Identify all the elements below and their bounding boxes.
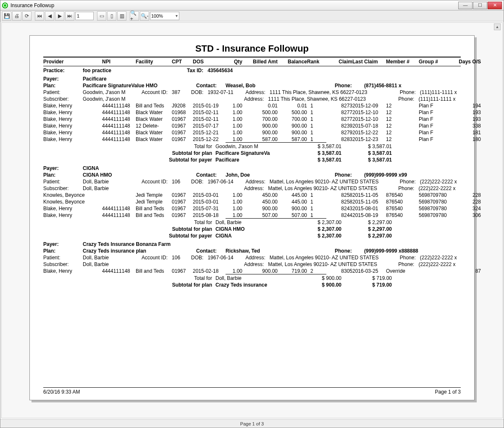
subscriber-phone: (222)222-2222 x [418,185,455,191]
report-title: STD - Insurance Followup [43,43,461,54]
phone-label-pt: Phone: [400,255,416,261]
subscriber-phone: (222)222-2222 x [418,261,455,267]
subtotal-plan-balance: $ 3,587.01 [341,150,392,156]
last-page-icon[interactable]: ⏭ [65,11,74,21]
total-balance: $ 3,587.01 [341,144,392,149]
column-header: Group # [419,59,457,65]
plan-label: Plan: [43,248,79,254]
address-label-sub: Address: [244,96,264,102]
column-header: Claim [326,59,352,65]
plan-phone: (999)999-9999 x888888 [364,248,418,254]
payer-label: Payer: [43,76,79,82]
patient-address: Mattel, Los Angeles 90210- AZ UNITED STA… [270,255,396,261]
address-label: Address: [245,179,265,185]
footer-page: Page 1 of 3 [435,389,461,395]
minimize-button[interactable]: — [458,2,472,9]
first-page-icon[interactable]: ⏮ [35,11,44,21]
save-icon[interactable]: 💾 [2,11,11,21]
subtotal-plan-name: CIGNA HMO [215,226,287,232]
subtotal-payer-label: Subtotal for payer [136,157,215,163]
patient-name: Doll, Barbie [83,255,137,261]
maximize-button[interactable]: ☐ [473,2,487,9]
subscriber-name: Goodwin, J'ason M [83,96,137,102]
contact-name: Rickshaw, Ted [226,248,305,254]
subscriber-address: Mattel, Los Angeles 90210- AZ UNITED STA… [268,261,394,267]
contact-label: Contact: [196,248,221,254]
dob-value: 1967-06-14 [207,179,241,185]
payer-label: Payer: [43,165,79,171]
zoom-in-icon[interactable]: 🔍+ [130,11,139,21]
contact-label: Contact: [196,83,221,89]
subscriber-label: Subscriber: [43,261,79,267]
column-header: Billed Amt [242,59,278,65]
subtotal-plan-balance: $ 719.00 [341,282,392,288]
payers-container: Payer:PacificarePlan:Pacificare Signatur… [43,75,461,289]
patient-name: Goodwin, J'ason M [83,89,137,95]
subtotal-payer-name: Pacificare [215,157,287,163]
scroll-up-icon[interactable]: ▲ [494,23,501,30]
claim-row: Blake, Henry4444111148Black Water0196820… [43,109,461,116]
phone-label-pt: Phone: [400,89,416,95]
subscriber-label: Subscriber: [43,185,79,191]
print-icon[interactable]: 🖨 [12,11,21,21]
payer-section: Payer:PacificarePlan:Pacificare Signatur… [43,75,461,164]
phone-label-sub: Phone: [398,185,414,191]
taxid-label: Tax ID: [187,68,203,73]
plan-label: Plan: [43,83,79,89]
subtotal-payer-billed: $ 3,587.01 [287,157,341,163]
address-label: Address: [245,255,265,261]
patient-phone: (222)222-2222 x [420,179,457,185]
account-id: 387 [172,89,187,95]
refresh-icon[interactable]: ⟳ [22,11,32,21]
account-id: 106 [172,179,187,185]
contact-label: Contact: [196,172,221,178]
app-icon [2,3,8,8]
patient-address: Mattel, Los Angeles 90210- AZ UNITED STA… [270,179,396,185]
status-bar: Page 1 of 3 [0,419,504,428]
total-billed: $ 900.00 [287,275,341,281]
plan-name: Crazy Teds insurance plan [83,248,192,254]
zoom-select[interactable]: 100% [150,12,179,20]
next-page-icon[interactable]: ▶ [55,11,64,21]
total-for-name: Goodwin, J'ason M [215,144,287,149]
prev-page-icon[interactable]: ◀ [45,11,54,21]
total-balance: $ 2,297.00 [341,219,392,225]
report-viewer[interactable]: ▲ STD - Insurance Followup ProviderNPIFa… [1,22,503,418]
payer-section: Payer:Crazy Teds Insurance Bonanza FarmP… [43,240,461,289]
practice-value: foo practice [83,68,111,73]
subscriber-address: Mattel, Los Angeles 90210- AZ UNITED STA… [268,185,394,191]
dob-value: 1932-07-11 [207,89,241,95]
page-number-input[interactable] [75,12,94,20]
total-for-name: Doll, Barbie [215,219,287,225]
dob-value: 1967-06-14 [207,255,241,261]
subtotal-plan-billed: $ 3,587.01 [287,150,341,156]
column-header: Member # [386,59,419,65]
subtotal-plan-balance: $ 2,297.00 [341,226,392,232]
window-title: Insurance Followup [10,3,54,8]
dob-label: DOB: [191,255,203,261]
continuous-page-icon[interactable]: ▯ [107,11,116,21]
subtotal-payer-label: Subtotal for payer [136,233,215,239]
column-header: Provider [43,59,102,65]
contact-name: John, Doe [226,172,305,178]
account-id: 106 [172,255,187,261]
single-page-icon[interactable]: ▭ [97,11,106,21]
patient-label: Patient: [43,179,79,185]
status-text: Page 1 of 3 [240,421,264,426]
patient-label: Patient: [43,89,79,95]
multi-page-icon[interactable]: ▥ [117,11,126,21]
zoom-out-icon[interactable]: 🔍- [140,11,149,21]
claim-row: Blake, Henry444411114812 Delete-01967201… [43,123,461,129]
report-page: STD - Insurance Followup ProviderNPIFaci… [29,35,475,400]
subscriber-phone: (111)111-1111 x [418,96,455,102]
patient-address: 1111 This Place, Shawnee, KS 66227-0123 [270,89,396,95]
dob-label: DOB: [191,89,203,95]
app-window: Insurance Followup — ☐ ✕ 💾 🖨 ⟳ ⏮ ◀ ▶ ⏭ ▭… [0,0,504,428]
column-header: Facility [136,59,172,65]
close-button[interactable]: ✕ [488,2,502,9]
subtotal-plan-label: Subtotal for plan [136,150,215,156]
phone-label: Phone: [335,248,360,254]
subtotal-plan-name: Crazy Teds insurance [215,282,287,288]
phone-label-sub: Phone: [398,261,414,267]
subtotal-plan-billed: $ 2,307.00 [287,226,341,232]
